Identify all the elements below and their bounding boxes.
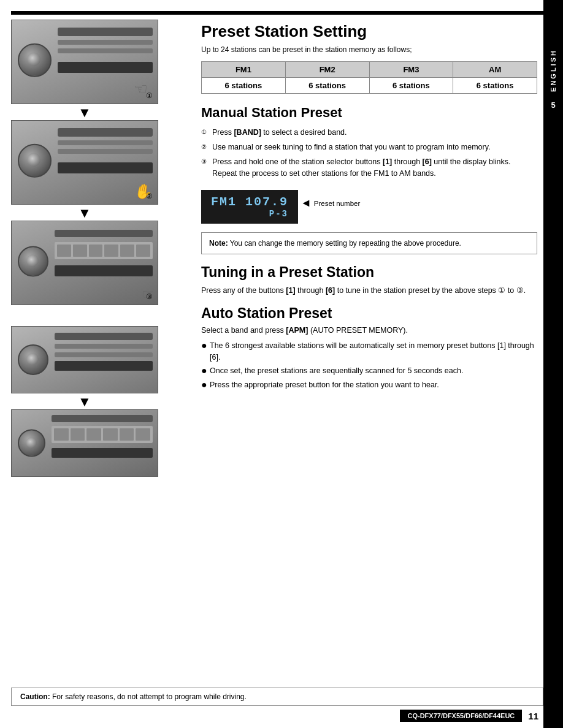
auto-preset-bullets: ● The 6 strongest available stations wil… — [201, 340, 537, 391]
table-header-fm1: FM1 — [202, 61, 286, 77]
main-content: ☞ ① ▼ ✋ ② ▼ Press and Hold — [11, 15, 543, 728]
model-bar: CQ-DFX77/DFX55/DF66/DF44EUC — [400, 710, 522, 722]
manual-preset-section: Manual Station Preset ① Press [BAND] to … — [201, 105, 537, 254]
auto-preset-title: Auto Station Preset — [201, 305, 537, 322]
manual-steps-list: ① Press [BAND] to select a desired band.… — [201, 127, 537, 179]
preset-arrow: ◄ — [301, 197, 312, 210]
bottom-section: Caution: For safety reasons, do not atte… — [11, 688, 543, 728]
right-column: Preset Station Setting Up to 24 stations… — [189, 15, 543, 728]
table-cell-am: 6 stations — [453, 77, 537, 93]
bullet-dot-1: ● — [201, 340, 210, 351]
bullet-dot-2: ● — [201, 365, 210, 376]
step-item-1: ① Press [BAND] to select a desired band. — [201, 127, 537, 138]
step-text-3: Press and hold one of the station select… — [212, 156, 510, 180]
bullet-item-3: ● Press the appropriate preset button fo… — [201, 379, 537, 391]
table-header-am: AM — [453, 61, 537, 77]
manual-preset-title: Manual Station Preset — [201, 105, 537, 121]
fm-main-text: FM1 107.9 — [211, 195, 288, 209]
step-num-2: ② — [201, 142, 210, 151]
device-image-5 — [11, 409, 158, 477]
preset-table: FM1 FM2 FM3 AM 6 stations 6 stations 6 s… — [201, 61, 537, 94]
fm-preset-row: P-3 — [211, 209, 288, 219]
left-column: ☞ ① ▼ ✋ ② ▼ Press and Hold — [11, 15, 189, 728]
table-header-fm3: FM3 — [369, 61, 453, 77]
step-text-1: Press [BAND] to select a desired band. — [212, 127, 347, 138]
note-label: Note: — [209, 239, 228, 248]
page-number-bottom: 11 — [528, 711, 541, 724]
step-item-2: ② Use manual or seek tuning to find a st… — [201, 142, 537, 153]
step-circle-1: ① — [146, 91, 153, 100]
arrow-1: ▼ — [11, 107, 158, 119]
note-text: You can change the memory setting by rep… — [230, 239, 461, 248]
fm-display: FM1 107.9 P-3 — [201, 190, 298, 224]
device-image-4 — [11, 326, 158, 393]
step-circle-2: ② — [146, 192, 153, 200]
auto-preset-section: Auto Station Preset Select a band and pr… — [201, 305, 537, 391]
language-sidebar: ENGLISH 5 — [543, 0, 563, 728]
fm-display-container: FM1 107.9 P-3 ◄ Preset number — [201, 185, 537, 226]
fm-preset-code: P-3 — [269, 209, 288, 219]
preset-station-section: Preset Station Setting Up to 24 stations… — [201, 22, 537, 94]
preset-station-subtitle: Up to 24 stations can be preset in the s… — [201, 45, 537, 55]
tuning-preset-section: Tuning in a Preset Station Press any of … — [201, 264, 537, 296]
arrow-3: ▼ — [11, 396, 158, 408]
bullet-text-2: Once set, the preset stations are sequen… — [210, 365, 463, 377]
step-num-3: ③ — [201, 157, 210, 166]
bullet-dot-3: ● — [201, 379, 210, 390]
bullet-item-1: ● The 6 strongest available stations wil… — [201, 340, 537, 363]
table-cell-fm3: 6 stations — [369, 77, 453, 93]
note-box: Note: You can change the memory setting … — [201, 232, 537, 254]
caution-box: Caution: For safety reasons, do not atte… — [11, 688, 543, 706]
device-image-2: ✋ ② — [11, 120, 158, 205]
arrow-2: ▼ — [11, 207, 158, 219]
caution-label: Caution: — [20, 692, 50, 701]
table-cell-fm1: 6 stations — [202, 77, 286, 93]
preset-station-title: Preset Station Setting — [201, 22, 537, 41]
step-num-1: ① — [201, 127, 210, 137]
bullet-text-3: Press the appropriate preset button for … — [210, 379, 439, 391]
bullet-text-1: The 6 strongest available stations will … — [210, 340, 537, 363]
language-label: ENGLISH — [550, 49, 557, 92]
tuning-preset-title: Tuning in a Preset Station — [201, 264, 537, 281]
step-item-3: ③ Press and hold one of the station sele… — [201, 156, 537, 180]
caution-text: For safety reasons, do not attempt to pr… — [52, 692, 247, 701]
device-image-1: ☞ ① — [11, 20, 158, 104]
bullet-item-2: ● Once set, the preset stations are sequ… — [201, 365, 537, 377]
step-text-2: Use manual or seek tuning to find a stat… — [212, 142, 490, 153]
section-number: 5 — [551, 100, 555, 110]
preset-number-label: Preset number — [314, 200, 360, 207]
tuning-preset-text: Press any of the buttons [1] through [6]… — [201, 285, 537, 297]
table-header-fm2: FM2 — [285, 61, 369, 77]
auto-preset-intro: Select a band and press [APM] (AUTO PRES… — [201, 325, 537, 336]
device-image-3: Press and Hold ☞ ③ — [11, 221, 158, 305]
table-cell-fm2: 6 stations — [285, 77, 369, 93]
step-circle-3: ③ — [146, 292, 153, 301]
